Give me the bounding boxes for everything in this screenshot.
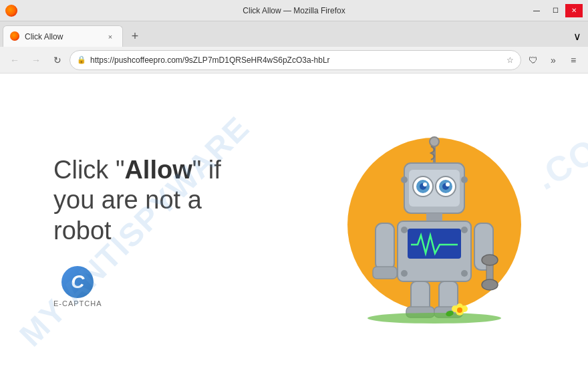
svg-point-12: [401, 176, 408, 183]
titlebar: Click Allow — Mozilla Firefox — ☐ ✕: [0, 0, 588, 21]
svg-point-18: [461, 227, 468, 233]
firefox-icon: [5, 5, 17, 17]
robot-svg: [361, 136, 508, 326]
robot-illustration: [334, 124, 535, 338]
new-tab-button[interactable]: +: [126, 27, 144, 45]
svg-point-36: [457, 307, 462, 313]
address-bar[interactable]: 🔒 https://pushcoffeepro.com/9sZLP7mD1QRS…: [69, 50, 521, 70]
svg-point-26: [482, 279, 498, 290]
tab-bar: Click Allow × + ∨: [0, 21, 588, 47]
maximize-button[interactable]: ☐: [547, 4, 564, 17]
svg-point-7: [423, 182, 427, 186]
svg-point-11: [446, 182, 450, 186]
left-content: Click "Allow" if you are not a robot C E…: [53, 155, 307, 308]
captcha-section: C E-CAPTCHA: [53, 266, 307, 307]
captcha-logo: C E-CAPTCHA: [53, 266, 102, 307]
address-text: https://pushcoffeepro.com/9sZLP7mD1QRSeH…: [90, 55, 502, 65]
svg-point-1: [430, 137, 439, 146]
captcha-label: E-CAPTCHA: [53, 299, 102, 307]
svg-rect-22: [373, 267, 397, 279]
svg-point-31: [368, 313, 501, 323]
tab-list-button[interactable]: ∨: [569, 28, 585, 44]
window-controls: — ☐ ✕: [528, 4, 583, 17]
svg-point-17: [401, 227, 408, 233]
svg-rect-14: [426, 213, 442, 221]
svg-point-13: [461, 176, 468, 183]
navigation-bar: ← → ↻ 🔒 https://pushcoffeepro.com/9sZLP7…: [0, 47, 588, 74]
security-icon: 🔒: [77, 55, 86, 64]
svg-rect-16: [408, 229, 461, 259]
forward-button[interactable]: →: [27, 51, 45, 70]
heading-text-part2: " if: [192, 156, 221, 184]
reload-button[interactable]: ↻: [48, 51, 67, 70]
page-content: MY ANTISPYWARE .COM Click "Allow" if you…: [0, 74, 588, 389]
minimize-button[interactable]: —: [528, 4, 545, 17]
heading-allow-text: Allow: [124, 156, 192, 184]
close-button[interactable]: ✕: [565, 4, 583, 17]
svg-rect-21: [376, 223, 394, 270]
address-icons: ☆: [506, 55, 514, 65]
tab-favicon: [10, 31, 21, 42]
svg-point-25: [482, 255, 498, 265]
heading-text-part1: Click ": [53, 156, 124, 184]
back-button[interactable]: ←: [5, 51, 24, 70]
bookmark-icon[interactable]: ☆: [506, 55, 514, 65]
svg-point-19: [401, 270, 408, 277]
content-wrapper: Click "Allow" if you are not a robot C E…: [27, 111, 561, 352]
svg-point-20: [461, 270, 468, 277]
heading-line3: robot: [53, 217, 112, 245]
menu-button[interactable]: ≡: [564, 51, 583, 70]
shield-button[interactable]: 🛡: [524, 51, 543, 70]
heading-line2: you are not a: [53, 186, 202, 214]
active-tab[interactable]: Click Allow ×: [3, 25, 123, 47]
tab-label: Click Allow: [25, 32, 101, 41]
captcha-icon: C: [61, 266, 94, 298]
extensions-button[interactable]: »: [544, 51, 563, 70]
tab-close-button[interactable]: ×: [105, 31, 116, 42]
toolbar-icons: 🛡 » ≡: [524, 51, 583, 70]
main-heading: Click "Allow" if you are not a robot: [53, 155, 307, 247]
window-title: Click Allow — Mozilla Firefox: [243, 6, 345, 15]
